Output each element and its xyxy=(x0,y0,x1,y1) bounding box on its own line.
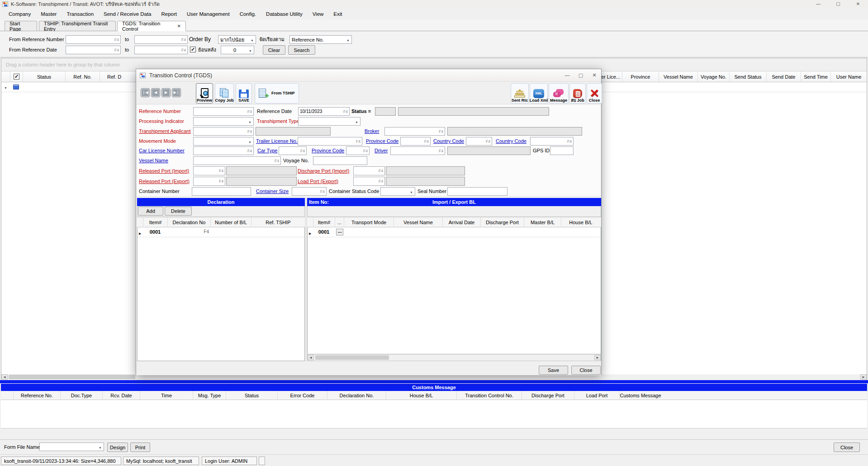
bl-col-more[interactable]: ... xyxy=(335,217,344,227)
released-port-export-label[interactable]: Released Port (Export) xyxy=(139,177,190,185)
reference-number-input[interactable]: F4 xyxy=(193,107,254,116)
clear-button[interactable]: Clear xyxy=(263,45,285,55)
transhipment-applicant-input[interactable]: F4 xyxy=(193,127,254,136)
bl-col-discharge-port[interactable]: Discharge Port xyxy=(481,217,524,227)
scroll-right-icon[interactable]: ▶ xyxy=(860,374,867,380)
maximize-icon[interactable]: ▢ xyxy=(828,0,848,8)
released-port-export-input[interactable]: F4 xyxy=(193,177,225,186)
customs-col-status[interactable]: Status xyxy=(226,391,278,400)
bl-col-transport-mode[interactable]: Transport Mode xyxy=(344,217,394,227)
to-reference-number-input[interactable]: F4 xyxy=(134,35,188,44)
transhipment-applicant-label[interactable]: Transhipment Applicant xyxy=(139,127,191,135)
reference-date-input[interactable]: 10/11/2023F4 xyxy=(298,107,350,116)
customs-col-discharge-port[interactable]: Discharge Port xyxy=(522,391,574,400)
last-record-icon[interactable]: ▶❘ xyxy=(172,88,181,97)
from-tship-button[interactable]: + From TSHIP xyxy=(255,83,299,104)
tab-tgds[interactable]: TGDS: Transition Control✕ xyxy=(117,21,186,31)
declaration-col-item[interactable]: Item# xyxy=(143,217,168,227)
customs-col-transition-control-no[interactable]: Transition Control No. xyxy=(457,391,522,400)
customs-col-time[interactable]: Time xyxy=(140,391,193,400)
tab-close-icon[interactable]: ✕ xyxy=(177,24,181,28)
country-code-input[interactable]: F4 xyxy=(466,137,492,146)
declaration-col-ref-tship[interactable]: Ref. TSHIP xyxy=(251,217,305,227)
car-license-number-label[interactable]: Car License Number xyxy=(139,146,185,155)
search-button[interactable]: Search xyxy=(288,45,315,55)
customs-col-load-port[interactable]: Load Port xyxy=(574,391,620,400)
menu-view[interactable]: View xyxy=(308,11,329,17)
load-port-export-label[interactable]: Load Port (Export) xyxy=(298,177,338,185)
customs-col-doc-type[interactable]: Doc.Type xyxy=(61,391,103,400)
driver-label[interactable]: Driver xyxy=(375,146,388,155)
copy-job-button[interactable]: Copy Job xyxy=(215,83,234,104)
car-type-input[interactable]: F4 xyxy=(279,146,307,155)
bl-hscrollbar[interactable]: ◀ ▶ xyxy=(307,354,601,361)
declaration-delete-button[interactable]: Delete xyxy=(165,207,192,216)
customs-col-rcv-date[interactable]: Rcv. Date xyxy=(103,391,140,400)
prev-record-icon[interactable]: ◀ xyxy=(151,88,160,97)
released-port-import-input[interactable]: F4 xyxy=(193,166,225,175)
col-send-time[interactable]: Send Time xyxy=(801,71,831,82)
declaration-col-no[interactable]: Declaration No xyxy=(168,217,211,227)
customs-col-reference-no[interactable]: Reference No. xyxy=(14,391,61,400)
col-ref-no[interactable]: Ref. No. xyxy=(66,71,100,82)
bl-row[interactable]: 0001 ... xyxy=(308,227,601,237)
country-code-2-label[interactable]: Country Code xyxy=(496,137,526,145)
customs-col-customs-message[interactable]: Customs Message xyxy=(620,391,661,400)
province-code-2-label[interactable]: Province Code xyxy=(312,146,344,155)
container-size-input[interactable]: F4 xyxy=(292,187,327,196)
discharge-port-import-label[interactable]: Discharge Port (Import) xyxy=(298,167,349,175)
tab-start-page[interactable]: Start Page xyxy=(5,21,37,31)
declaration-row[interactable]: 0001 F4 xyxy=(138,227,304,237)
delete-job-button[interactable]: ลบ Job xyxy=(569,83,586,104)
scroll-left-icon[interactable]: ◀ xyxy=(1,374,8,380)
processing-indicator-select[interactable] xyxy=(193,117,254,126)
next-record-icon[interactable]: ▶ xyxy=(161,88,171,97)
col-send-status[interactable]: Send Status xyxy=(730,71,767,82)
col-ref-d[interactable]: Ref. D xyxy=(100,71,137,82)
discharge-port-import-input[interactable]: F4 xyxy=(353,166,385,175)
dialog-titlebar[interactable]: Transition Control (TGDS) — ▢ ✕ xyxy=(136,69,601,82)
to-reference-date-input[interactable]: F4 xyxy=(134,46,188,54)
message-button[interactable]: Message xyxy=(549,83,569,104)
container-size-label[interactable]: Container Size xyxy=(256,187,289,195)
load-port-export-input[interactable]: F4 xyxy=(353,177,385,186)
menu-user-management[interactable]: User Management xyxy=(182,11,235,17)
col-vessel-name[interactable]: Vessel Name xyxy=(659,71,698,82)
menu-database-utility[interactable]: Database Utility xyxy=(261,11,308,17)
bl-col-vessel-name[interactable]: Vessel Name xyxy=(394,217,443,227)
load-xml-button[interactable]: XML Load Xml xyxy=(530,83,548,104)
menu-config[interactable]: Config. xyxy=(235,11,261,17)
dialog-save-button[interactable]: Save xyxy=(539,366,568,375)
menu-master[interactable]: Master xyxy=(36,11,62,17)
customs-col-declaration-no[interactable]: Declaration No. xyxy=(327,391,386,400)
country-code-label[interactable]: Country Code xyxy=(433,137,464,145)
bl-col-house-bl[interactable]: House B/L xyxy=(561,217,600,227)
released-port-import-label[interactable]: Released Port (Import) xyxy=(139,167,189,175)
close-job-button[interactable]: ✕ Close xyxy=(587,83,602,104)
from-reference-number-input[interactable]: F4 xyxy=(66,35,121,44)
movement-mode-select[interactable] xyxy=(193,137,254,146)
menu-exit[interactable]: Exit xyxy=(328,11,347,17)
scroll-thumb[interactable] xyxy=(9,375,135,379)
scroll-left-icon[interactable]: ◀ xyxy=(308,355,314,360)
bottom-close-button[interactable]: Close xyxy=(834,442,860,452)
seal-number-input[interactable] xyxy=(447,187,508,196)
car-type-label[interactable]: Car Type xyxy=(257,146,277,155)
province-code-2-input[interactable]: F4 xyxy=(346,146,370,155)
col-user-name[interactable]: User Name xyxy=(831,71,867,82)
trailer-license-no-label[interactable]: Trailer License No. xyxy=(256,137,298,145)
dialog-maximize-icon[interactable]: ▢ xyxy=(574,72,588,78)
backdate-count-select[interactable]: 0 xyxy=(221,46,254,54)
minimize-icon[interactable]: — xyxy=(808,0,828,8)
bl-more-button[interactable]: ... xyxy=(336,229,343,235)
dialog-close-button[interactable]: Close xyxy=(571,366,601,375)
province-code-input[interactable]: F4 xyxy=(400,137,431,146)
customs-col-msg-type[interactable]: Msg. Type xyxy=(193,391,226,400)
declaration-col-number-of-bl[interactable]: Number of B/L xyxy=(211,217,251,227)
declaration-add-button[interactable]: Add xyxy=(138,207,163,216)
driver-input[interactable]: F4 xyxy=(390,146,445,155)
vessel-name-label[interactable]: Vessel Name xyxy=(139,156,168,165)
sent-rtc-button[interactable]: Sent Rtc xyxy=(511,83,529,104)
scroll-thumb[interactable] xyxy=(315,355,389,360)
gps-id-input[interactable] xyxy=(550,146,574,155)
